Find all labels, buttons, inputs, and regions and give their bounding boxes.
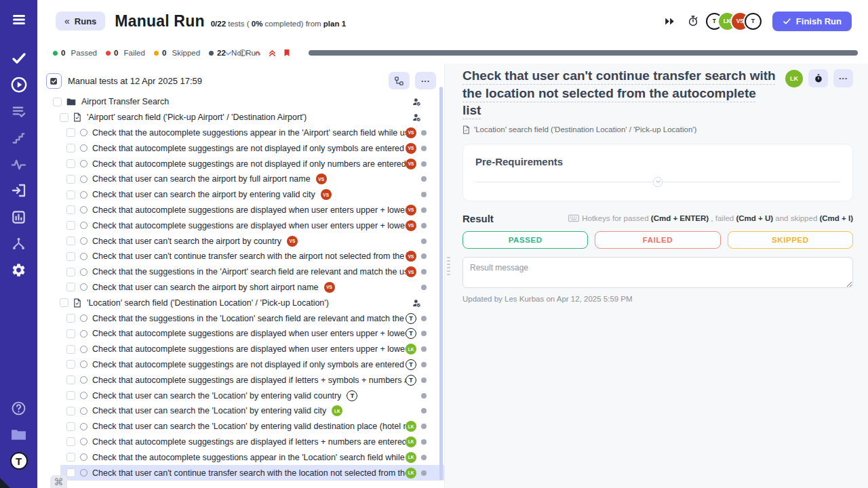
tree-row-test[interactable]: Check that user can search the airport b… bbox=[37, 280, 444, 296]
tree-row-test[interactable]: Check that user can't continue transfer … bbox=[37, 249, 444, 264]
folder-icon[interactable] bbox=[10, 426, 28, 443]
panel-resizer[interactable] bbox=[445, 64, 453, 488]
assignee-avatar-vs[interactable]: VS bbox=[406, 205, 416, 216]
test-breadcrumb[interactable]: 'Location' search field ('Destination Lo… bbox=[462, 125, 853, 134]
branch-icon[interactable] bbox=[10, 235, 28, 252]
row-checkbox[interactable] bbox=[60, 298, 68, 307]
result-message-input[interactable] bbox=[462, 257, 853, 288]
tree-row-test[interactable]: Check that the autocomplete suggestions … bbox=[37, 449, 444, 465]
assignee-avatar-t[interactable]: T bbox=[406, 375, 416, 386]
assignee-avatar-vs[interactable]: VS bbox=[321, 189, 332, 200]
assignee-avatar-lk[interactable]: LK bbox=[406, 344, 416, 354]
tree-row-test[interactable]: Check that autocomplete suggestions are … bbox=[37, 203, 444, 218]
tree-row-test[interactable]: Check that user can search the 'Location… bbox=[37, 419, 444, 434]
finish-run-button[interactable]: Finish Run bbox=[772, 12, 852, 31]
assignee-avatar-lk[interactable]: LK bbox=[332, 405, 342, 416]
tree-row-test[interactable]: Check that autocomplete suggestions are … bbox=[37, 218, 444, 233]
row-checkbox[interactable] bbox=[66, 190, 75, 199]
chevron-up-icon[interactable] bbox=[253, 49, 262, 58]
tree-row-test[interactable]: Check that user can search the airport b… bbox=[37, 171, 444, 187]
tree-row-test[interactable]: Check that the suggestions in the 'Locat… bbox=[37, 310, 444, 326]
menu-icon[interactable] bbox=[10, 11, 28, 28]
gear-icon[interactable] bbox=[10, 261, 28, 279]
steps-icon[interactable] bbox=[10, 129, 28, 146]
command-key-badge[interactable]: ⌘ bbox=[50, 475, 67, 488]
row-checkbox[interactable] bbox=[66, 360, 75, 369]
tree-row-test[interactable]: Check that autocomplete suggestions are … bbox=[37, 326, 444, 342]
row-checkbox[interactable] bbox=[66, 128, 75, 137]
chevron-down-icon[interactable] bbox=[224, 49, 233, 58]
assignee-avatar-vs[interactable]: VS bbox=[287, 236, 298, 247]
row-checkbox[interactable] bbox=[66, 453, 75, 462]
passed-button[interactable]: PASSED bbox=[462, 231, 588, 249]
failed-button[interactable]: FAILED bbox=[595, 231, 720, 249]
member-avatar-t[interactable]: T bbox=[745, 13, 762, 30]
tree-row-test[interactable]: Check that the autocomplete suggestions … bbox=[37, 125, 444, 141]
tree-row-test[interactable]: Check that autocomplete suggestings are … bbox=[37, 357, 444, 373]
bookmark-icon[interactable] bbox=[283, 48, 291, 58]
tree-row-folder[interactable]: Airport Transfer Search bbox=[37, 94, 444, 110]
row-checkbox[interactable] bbox=[66, 437, 75, 446]
assignee-avatar-vs[interactable]: VS bbox=[406, 127, 416, 138]
test-title[interactable]: Check that user can't continue transfer … bbox=[462, 67, 776, 119]
assignee-avatar-vs[interactable]: VS bbox=[406, 143, 416, 154]
task-list-icon[interactable] bbox=[10, 102, 28, 120]
tree-row-test[interactable]: Check that autocomplete suggestings are … bbox=[37, 140, 444, 156]
test-more-button[interactable]: ··· bbox=[833, 69, 853, 87]
row-checkbox[interactable] bbox=[66, 407, 75, 415]
row-checkbox[interactable] bbox=[66, 375, 75, 384]
row-checkbox[interactable] bbox=[60, 113, 68, 122]
skipped-button[interactable]: SKIPPED bbox=[728, 231, 853, 249]
assignee-avatar-lk[interactable]: LK bbox=[406, 436, 416, 447]
testomat-logo[interactable]: T bbox=[10, 452, 28, 470]
tree-row-test[interactable]: Check that autocomplete suggestings are … bbox=[37, 434, 444, 450]
assignee-avatar-vs[interactable]: VS bbox=[406, 251, 416, 262]
tree-row-test[interactable]: Check that the suggestions in the 'Airpo… bbox=[37, 264, 444, 280]
tree-row-test[interactable]: Check that user can search the 'Location… bbox=[37, 388, 444, 403]
row-checkbox[interactable] bbox=[66, 283, 75, 291]
assignee-avatar-vs[interactable]: VS bbox=[324, 282, 335, 293]
fast-forward-icon[interactable] bbox=[663, 14, 677, 28]
tree-row-test[interactable]: Check that user can search the 'Location… bbox=[37, 403, 444, 419]
play-circle-icon[interactable] bbox=[10, 76, 28, 94]
assignee-avatar-vs[interactable]: VS bbox=[316, 174, 327, 184]
timer-icon[interactable] bbox=[686, 14, 701, 28]
tree-row-suite[interactable]: 'Location' search field ('Destination Lo… bbox=[37, 295, 444, 310]
row-checkbox[interactable] bbox=[66, 329, 75, 338]
tree-row-suite[interactable]: 'Airport' search field ('Pick-up Airport… bbox=[37, 110, 444, 125]
assignee-avatar-t[interactable]: T bbox=[347, 390, 357, 401]
row-checkbox[interactable] bbox=[66, 391, 75, 400]
row-checkbox[interactable] bbox=[66, 314, 75, 323]
row-checkbox[interactable] bbox=[66, 268, 75, 277]
assignee-avatar-t[interactable]: T bbox=[406, 359, 416, 370]
assignee-avatar-vs[interactable]: VS bbox=[406, 266, 416, 277]
row-checkbox[interactable] bbox=[66, 345, 75, 354]
assignee-avatar-lk[interactable]: LK bbox=[406, 468, 416, 479]
row-checkbox[interactable] bbox=[66, 144, 75, 152]
row-checkbox[interactable] bbox=[66, 221, 75, 230]
row-checkbox[interactable] bbox=[66, 175, 75, 184]
circle-icon[interactable] bbox=[239, 49, 247, 57]
select-all-checkbox[interactable] bbox=[46, 73, 62, 89]
back-to-runs-button[interactable]: « Runs bbox=[56, 12, 105, 30]
assignee-avatar-lk[interactable]: LK bbox=[406, 421, 416, 432]
pulse-icon[interactable] bbox=[10, 155, 28, 173]
row-checkbox[interactable] bbox=[53, 98, 62, 106]
row-checkbox[interactable] bbox=[66, 468, 75, 477]
row-checkbox[interactable] bbox=[66, 205, 75, 214]
tree-scrollbar[interactable] bbox=[439, 87, 443, 480]
tree-row-test[interactable]: Check that autocomplete suggestings are … bbox=[37, 156, 444, 171]
tree-row-test[interactable]: Check that user can't search the airport… bbox=[37, 233, 444, 249]
assignee-avatar-vs[interactable]: VS bbox=[406, 159, 416, 169]
tree-view-toggle-button[interactable] bbox=[389, 72, 410, 89]
help-icon[interactable] bbox=[10, 399, 28, 417]
assignee-avatar-lk[interactable]: LK bbox=[406, 452, 416, 463]
assignee-avatar-t[interactable]: T bbox=[406, 328, 416, 339]
row-checkbox[interactable] bbox=[66, 252, 75, 261]
tree-row-test[interactable]: Check that autocomplete suggestions are … bbox=[37, 342, 444, 357]
row-checkbox[interactable] bbox=[66, 159, 75, 168]
import-icon[interactable] bbox=[10, 182, 28, 199]
report-icon[interactable] bbox=[10, 208, 28, 226]
tree-row-test[interactable]: Check that user can search the airport b… bbox=[37, 187, 444, 203]
expand-chevron-icon[interactable] bbox=[653, 177, 663, 187]
